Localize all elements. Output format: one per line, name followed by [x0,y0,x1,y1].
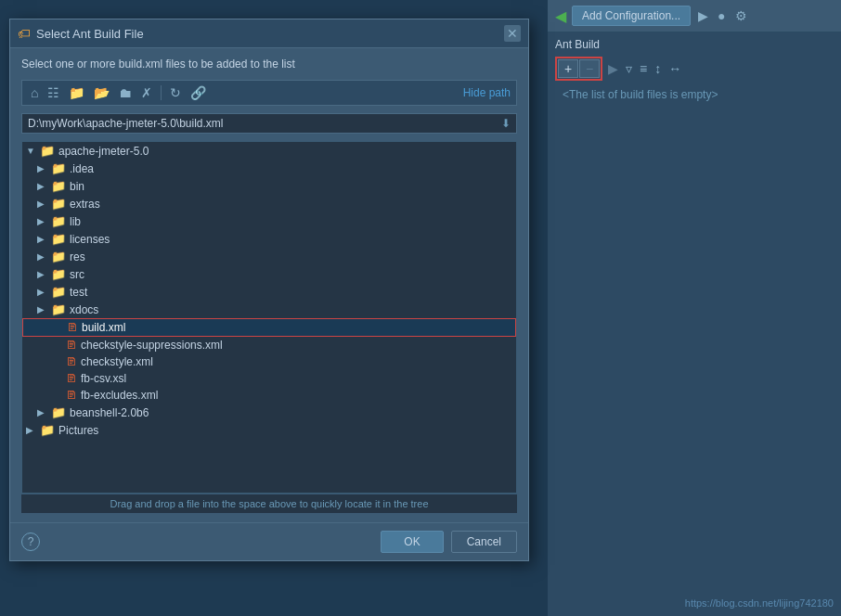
tree-item[interactable]: ▶ 📁 beanshell-2.0b6 [22,404,516,421]
tree-item[interactable]: ▶ 📁 lib [22,212,516,230]
expand-all-icon[interactable]: ↕ [653,59,663,78]
tree-item-label: xdocs [70,303,98,316]
tree-item-label: build.xml [82,321,125,334]
expand-icon: ▶ [37,181,48,191]
new-folder-icon[interactable]: 🖿 [116,84,135,101]
delete-icon[interactable]: ✗ [138,84,155,101]
tree-item-label: res [70,250,85,263]
tree-item-build-xml[interactable]: 🖹 build.xml [22,318,516,337]
expand-icon: ▶ [26,425,37,435]
tree-item[interactable]: 🖹 fb-excludes.xml [22,387,516,404]
tree-item[interactable]: ▶ 📁 bin [22,177,516,195]
settings-icon[interactable]: ⚙ [733,6,749,25]
ant-build-label: Ant Build [555,36,834,53]
link-icon[interactable]: 🔗 [188,84,209,101]
tree-item-label: apache-jmeter-5.0 [58,145,149,158]
tree-item[interactable]: ▶ 📁 test [22,283,516,301]
dialog-body: Select one or more build.xml files to be… [10,48,528,522]
home-icon[interactable]: ⌂ [28,84,41,101]
xml-file-icon: 🖹 [66,372,77,385]
sort-icon[interactable]: ≡ [638,59,649,78]
folder-icon: 📁 [51,302,66,316]
expand-icon: ▶ [37,287,48,297]
footer-buttons: OK Cancel [381,531,517,553]
expand-icon: ▶ [37,304,48,314]
expand-icon: ▶ [37,269,48,279]
folder-icon: 📁 [40,144,55,158]
back-icon[interactable]: ◀ [555,7,566,25]
dialog-titlebar: 🏷 Select Ant Build File ✕ [10,19,528,48]
add-build-button[interactable]: + [558,59,578,78]
file-toolbar: ⌂ ☷ 📁 📂 🖿 ✗ ↻ 🔗 Hide path [21,80,517,106]
tree-item-label: bin [70,180,84,193]
close-button[interactable]: ✕ [504,25,521,42]
add-configuration-button[interactable]: Add Configuration... [572,6,691,26]
hide-path-button[interactable]: Hide path [463,86,511,99]
expand-icon: ▼ [26,146,37,156]
expand-icon: ▶ [37,163,48,173]
play-icon[interactable]: ▶ [696,6,710,25]
debug-icon[interactable]: ● [716,6,727,25]
cancel-button[interactable]: Cancel [451,531,517,553]
folder-icon: 📁 [51,197,66,211]
dialog-footer: ? OK Cancel [10,522,528,560]
tree-item-label: licenses [70,233,110,246]
expand-icon: ▶ [37,407,48,417]
folder-icon: 📁 [51,179,66,193]
grid-icon[interactable]: ☷ [45,84,62,101]
select-ant-build-dialog: 🏷 Select Ant Build File ✕ Select one or … [9,19,529,561]
folder-icon: 📁 [51,214,66,228]
ant-icon: 🏷 [18,26,31,41]
folder-icon: 📁 [51,161,66,175]
folder-icon: 📁 [40,423,55,437]
tree-item-label: fb-csv.xsl [81,372,126,385]
tree-item[interactable]: 🖹 fb-csv.xsl [22,370,516,387]
remove-build-button[interactable]: − [579,59,600,78]
right-panel-toolbar: ◀ Add Configuration... ▶ ● ⚙ [548,0,841,32]
tree-item[interactable]: ▶ 📁 xdocs [22,301,516,318]
tree-item-label: beanshell-2.0b6 [70,406,149,419]
empty-list-message: <The list of build files is empty> [555,84,834,105]
run-build-icon[interactable]: ▶ [606,59,620,78]
tree-item-label: lib [70,215,81,228]
tree-item-label: fb-excludes.xml [81,389,158,402]
path-bar: D:\myWork\apache-jmeter-5.0\build.xml ⬇ [21,113,517,134]
ok-button[interactable]: OK [381,531,443,553]
dialog-description: Select one or more build.xml files to be… [21,58,517,71]
xml-file-icon: 🖹 [67,321,78,334]
folder-open-icon[interactable]: 📁 [66,84,87,101]
tree-item-label: checkstyle-suppressions.xml [81,339,223,352]
folder-up-icon[interactable]: 📂 [91,84,112,101]
refresh-icon[interactable]: ↻ [167,84,184,101]
dialog-title: 🏷 Select Ant Build File [18,26,144,41]
tree-item[interactable]: ▶ 📁 licenses [22,230,516,248]
expand-icon: ▶ [37,199,48,209]
file-tree[interactable]: ▼ 📁 apache-jmeter-5.0 ▶ 📁 .idea ▶ 📁 bin … [21,141,517,494]
folder-icon: 📁 [51,285,66,299]
collapse-all-icon[interactable]: ↔ [666,59,683,78]
tree-item-label: test [70,286,87,299]
tree-item[interactable]: ▼ 📁 apache-jmeter-5.0 [22,142,516,160]
folder-icon: 📁 [51,250,66,263]
xml-file-icon: 🖹 [66,389,77,402]
download-icon[interactable]: ⬇ [501,117,511,130]
ant-build-controls-box: + − [555,57,602,81]
xml-file-icon: 🖹 [66,339,77,352]
tree-item[interactable]: ▶ 📁 res [22,248,516,265]
tree-item[interactable]: 🖹 checkstyle.xml [22,353,516,370]
filter-icon[interactable]: ▿ [624,59,634,78]
tree-item-label: .idea [70,162,94,175]
toolbar-separator [161,85,162,100]
help-button[interactable]: ? [21,533,40,551]
path-text: D:\myWork\apache-jmeter-5.0\build.xml [28,117,501,130]
dialog-title-text: Select Ant Build File [36,27,144,41]
expand-icon: ▶ [37,216,48,226]
drag-drop-hint: Drag and drop a file into the space abov… [21,494,517,513]
tree-item[interactable]: 🖹 checkstyle-suppressions.xml [22,337,516,353]
tree-item-label: src [70,268,84,281]
tree-item[interactable]: ▶ 📁 .idea [22,160,516,177]
tree-item[interactable]: ▶ 📁 src [22,265,516,283]
tree-item[interactable]: ▶ 📁 Pictures [22,421,516,439]
folder-icon: 📁 [51,232,66,246]
tree-item[interactable]: ▶ 📁 extras [22,195,516,212]
